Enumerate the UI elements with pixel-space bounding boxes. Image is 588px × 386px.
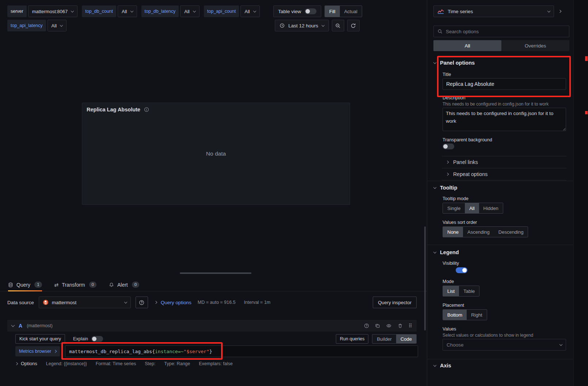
- query-help-icon[interactable]: [364, 323, 369, 328]
- tooltip-hidden-option[interactable]: Hidden: [479, 203, 503, 213]
- search-input[interactable]: [446, 29, 565, 34]
- chevron-down-icon: [433, 186, 436, 188]
- axis-section-header[interactable]: Axis: [434, 363, 451, 368]
- query-options-toggle[interactable]: Query options: [155, 300, 191, 305]
- annotation-marker: [585, 56, 588, 61]
- explain-toggle[interactable]: [91, 336, 103, 342]
- variable-value: All: [52, 23, 57, 28]
- visualization-picker[interactable]: Time series: [433, 5, 554, 17]
- panel-preview: Replica Lag Absolute No data: [82, 103, 350, 205]
- tooltip-section-header[interactable]: Tooltip: [434, 185, 457, 191]
- variables-row-1: server mattermost:8067 top_db_count All …: [7, 5, 260, 17]
- metrics-browser-button[interactable]: Metrics browser: [15, 346, 60, 356]
- tooltip-all-option[interactable]: All: [465, 203, 479, 213]
- transparent-background-label: Transparent background: [443, 137, 492, 142]
- variable-value-dropdown[interactable]: All: [118, 5, 137, 17]
- code-option[interactable]: Code: [396, 335, 416, 343]
- chevron-down-icon: [124, 300, 127, 303]
- variable-value: All: [244, 9, 250, 14]
- chevron-right-icon: [154, 301, 157, 304]
- zoom-out-button[interactable]: [332, 20, 344, 31]
- builder-option[interactable]: Builder: [372, 335, 396, 343]
- tab-transform[interactable]: ⇄ Transform 0: [54, 278, 96, 291]
- variable-label: top_db_latency: [141, 5, 179, 17]
- kick-start-query-button[interactable]: Kick start your query: [15, 334, 65, 344]
- legend-section-header[interactable]: Legend: [434, 249, 459, 255]
- search-icon: [437, 29, 443, 34]
- chevron-right-icon: [54, 350, 57, 353]
- interval-summary: Interval = 1m: [244, 300, 270, 305]
- sort-ascending-option[interactable]: Ascending: [463, 227, 494, 237]
- promql-operator: =~: [178, 349, 184, 354]
- placement-right-option[interactable]: Right: [467, 310, 486, 320]
- repeat-options-label: Repeat options: [453, 171, 488, 177]
- max-data-points-summary: MD = auto = 916.5: [198, 300, 236, 305]
- sort-descending-option[interactable]: Descending: [494, 227, 528, 237]
- prometheus-icon: [43, 299, 49, 305]
- panel-links-row[interactable]: Panel links: [442, 156, 566, 168]
- variable-top-api-count: top_api_count All: [204, 5, 260, 17]
- duplicate-query-icon[interactable]: [375, 323, 380, 328]
- query-editor-row: Metrics browser mattermost_db_replica_la…: [15, 345, 418, 357]
- chevron-right-icon: [558, 10, 561, 13]
- title-field-label: Title: [443, 72, 451, 77]
- legend-table-option[interactable]: Table: [459, 286, 479, 296]
- fill-option[interactable]: Fill: [325, 6, 340, 17]
- variable-value-dropdown[interactable]: mattermost:8067: [28, 5, 78, 17]
- panel-title: Replica Lag Absolute: [87, 107, 140, 112]
- placement-bottom-option[interactable]: Bottom: [443, 310, 467, 320]
- table-view-toggle[interactable]: [305, 8, 316, 14]
- legend-values-select[interactable]: Choose: [443, 339, 566, 351]
- variable-label: server: [7, 5, 27, 17]
- options-label: Options: [21, 361, 37, 366]
- variable-top-db-count: top_db_count All: [82, 5, 137, 17]
- tab-query[interactable]: Query 1: [8, 278, 42, 291]
- query-code-input[interactable]: mattermost_db_replica_lag_abs{instance=~…: [65, 345, 418, 357]
- variable-value-dropdown[interactable]: All: [180, 5, 199, 17]
- legend-list-option[interactable]: List: [443, 286, 459, 296]
- tooltip-single-option[interactable]: Single: [443, 203, 465, 213]
- chevron-down-icon: [547, 9, 550, 12]
- repeat-options-row[interactable]: Repeat options: [442, 168, 566, 180]
- variable-label: top_db_count: [82, 5, 116, 17]
- delete-query-trash-icon[interactable]: [398, 323, 403, 328]
- clock-icon: [280, 23, 285, 28]
- refresh-button[interactable]: [347, 20, 360, 31]
- toggle-visibility-eye-icon[interactable]: [386, 323, 392, 328]
- datasource-help-button[interactable]: [136, 297, 148, 308]
- tab-alert[interactable]: Alert 0: [109, 278, 139, 291]
- legend-visibility-toggle[interactable]: [456, 267, 467, 273]
- tab-overrides[interactable]: Overrides: [501, 40, 569, 51]
- options-toggle[interactable]: Options: [15, 361, 37, 366]
- collapse-pane-button[interactable]: [559, 8, 561, 14]
- query-inspector-button[interactable]: Query inspector: [373, 297, 417, 308]
- run-queries-button[interactable]: Run queries: [336, 334, 368, 344]
- legend-visibility-label: Visibility: [443, 261, 459, 266]
- panel-title-input[interactable]: [443, 78, 566, 90]
- variable-top-db-latency: top_db_latency All: [141, 5, 200, 17]
- tab-all[interactable]: All: [433, 40, 501, 51]
- datasource-picker[interactable]: mattermost: [39, 297, 131, 308]
- actual-option[interactable]: Actual: [340, 6, 362, 17]
- legend-values-label: Values: [443, 326, 456, 332]
- scrollbar-thumb[interactable]: [424, 226, 426, 330]
- chevron-down-icon: [193, 9, 196, 12]
- variable-value-dropdown[interactable]: All: [48, 20, 67, 31]
- sort-none-option[interactable]: None: [443, 227, 463, 237]
- info-icon[interactable]: [144, 107, 149, 112]
- drag-handle-icon[interactable]: ⠿: [409, 323, 412, 329]
- variable-value-dropdown[interactable]: All: [240, 5, 259, 17]
- tab-label: Alert: [117, 282, 128, 288]
- exemplars-summary: Exemplars: false: [199, 361, 232, 366]
- chevron-down-icon: [559, 343, 562, 345]
- panel-description-textarea[interactable]: This needs to be configured in config.js…: [443, 108, 566, 131]
- datasource-name: mattermost: [52, 300, 77, 305]
- time-range-picker[interactable]: Last 12 hours: [275, 20, 329, 31]
- pane-resize-handle[interactable]: [180, 272, 251, 274]
- transparent-background-toggle[interactable]: [443, 144, 454, 149]
- annotation-marker: [585, 111, 588, 114]
- collapse-query-icon[interactable]: [11, 324, 15, 327]
- chevron-right-icon: [15, 362, 18, 365]
- panel-options-section-header[interactable]: Panel options: [434, 60, 475, 66]
- description-help-text: This needs to be configured in config.js…: [443, 101, 570, 107]
